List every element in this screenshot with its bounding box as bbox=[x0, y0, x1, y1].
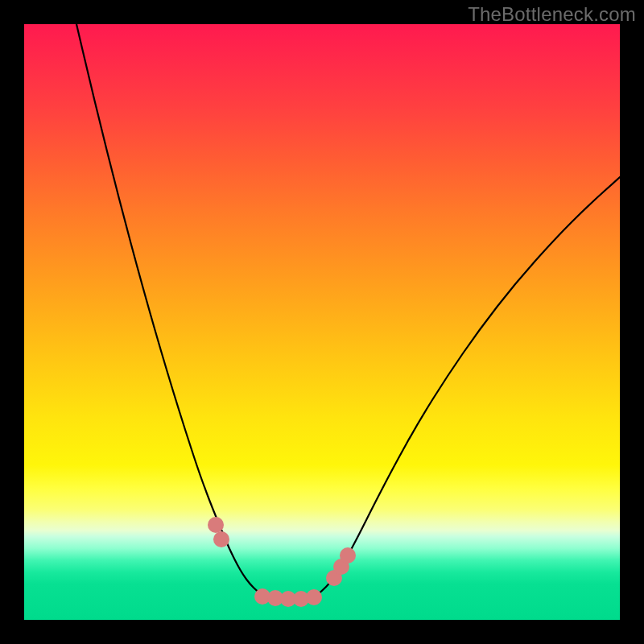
data-marker bbox=[208, 517, 224, 533]
curves-svg bbox=[24, 24, 620, 620]
curve-right-curve bbox=[314, 177, 620, 597]
chart-frame: TheBottleneck.com bbox=[0, 0, 644, 644]
watermark-text: TheBottleneck.com bbox=[468, 3, 636, 26]
plot-area bbox=[24, 24, 620, 620]
data-marker bbox=[213, 531, 229, 547]
curve-left-curve bbox=[76, 24, 266, 597]
data-marker bbox=[340, 547, 356, 564]
data-marker bbox=[306, 589, 322, 605]
